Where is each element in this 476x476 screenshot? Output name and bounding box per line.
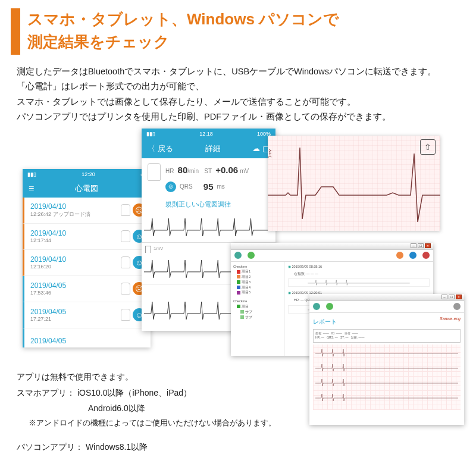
app-header: ≡ 心電図: [23, 180, 151, 198]
list-item[interactable]: 2019/04/1012:16:20 ☺: [23, 250, 151, 276]
report-title: レポート: [313, 317, 461, 327]
tool-icon[interactable]: [313, 303, 320, 310]
clock: 12:20: [82, 171, 95, 177]
item-date: 2019/04/05: [30, 337, 66, 345]
list-item[interactable]: 2019/04/0517:53:46 ☹: [23, 276, 151, 302]
ecg-waveform: [142, 212, 275, 242]
screen-title: 詳細: [205, 143, 221, 154]
maximize-button[interactable]: □: [418, 243, 424, 248]
list-item[interactable]: 2019/04/0517:27:21 ☺: [23, 302, 151, 328]
rhythm-text: 規則正しい心電図調律: [142, 199, 275, 212]
folder-icon: [237, 291, 240, 295]
signal-icon: ▮▮▯: [27, 171, 36, 177]
item-time: 12:16:20: [30, 264, 66, 270]
item-date: 2019/04/05: [30, 308, 66, 316]
toolbar: [231, 250, 433, 262]
item-time: 12:26:42 アップロード済: [30, 211, 90, 218]
minimize-button[interactable]: –: [411, 243, 416, 248]
folder-icon: [237, 286, 240, 289]
page-header: スマホ・タブレット、Windows パソコンで 測定結果をチェック: [0, 0, 476, 61]
phone-list-screen: ▮▮▯ 12:20 ▭ ≡ 心電図 2019/04/1012:26:42 アップ…: [23, 169, 151, 347]
qrs-label: QRS: [180, 182, 193, 192]
body-icon: [121, 309, 130, 321]
tool-icon[interactable]: [453, 303, 461, 310]
ecg-printout: 1mv ⇧: [268, 136, 440, 231]
window-chrome: – □ ×: [231, 243, 433, 250]
title-line2: 測定結果をチェック: [27, 33, 170, 51]
report-metadata: 患者: ―― ID: ―― 日付: ―― HR: ― QRS: ― ST: ― …: [313, 329, 461, 343]
metrics-panel: HR 80/min ST +0.06 mV ☺QRS 95 ms: [142, 158, 275, 199]
item-time: 17:53:46: [30, 290, 66, 296]
folder-icon: [237, 305, 240, 308]
maximize-button[interactable]: □: [449, 295, 455, 299]
app-header: 〈 戻る 詳細 ☁ ▢: [142, 139, 275, 158]
folder-icon: [240, 315, 244, 319]
mini-waveform: [288, 278, 430, 287]
share-icon[interactable]: ⇧: [420, 139, 436, 155]
android-req: Android6.0以降: [17, 400, 276, 416]
status-bar: ▮▮▯ 12:20 ▭: [23, 169, 151, 180]
hr-value: 80: [178, 165, 188, 175]
item-date: 2019/04/10: [30, 202, 90, 211]
close-button[interactable]: ×: [425, 243, 431, 248]
tree-root: Checkme: [233, 264, 247, 270]
report-ecg-grid: [313, 345, 461, 410]
item-date: 2019/04/10: [30, 229, 66, 237]
sync-icon[interactable]: [234, 252, 242, 259]
pc-label: パソコンアプリ：: [17, 442, 83, 452]
toolbar: [309, 301, 464, 313]
item-date: 2019/04/05: [30, 281, 66, 290]
share-icons[interactable]: ☁ ▢: [252, 144, 270, 153]
body-icon: [121, 256, 130, 268]
screenshots-area: ▮▮▯ 12:20 ▭ ≡ 心電図 2019/04/1012:26:42 アップ…: [0, 133, 476, 359]
footer-requirements: アプリは無料で使用できます。 スマホアプリ： iOS10.0以降（iPhone、…: [17, 369, 276, 455]
signal-icon: ▮▮▯: [146, 131, 155, 137]
item-time: 17:27:21: [30, 316, 66, 322]
intro-line: 「心電計」はレポート形式での出力が可能で、: [17, 79, 459, 94]
menu-icon[interactable]: ≡: [29, 183, 34, 194]
folder-icon: [240, 310, 244, 314]
intro-text: 測定したデータはBluetoothでスマホ・タブレットに、USBケーブルでWin…: [0, 61, 476, 131]
folder-icon: [237, 275, 240, 278]
free-text: アプリは無料で使用できます。: [17, 369, 276, 385]
screen-title: 心電図: [75, 183, 98, 194]
back-button[interactable]: 〈 戻る: [148, 143, 173, 154]
intro-line: 測定したデータはBluetoothでスマホ・タブレットに、USBケーブルでWin…: [17, 64, 459, 79]
folder-icon: [237, 280, 240, 284]
page-title: スマホ・タブレット、Windows パソコンで 測定結果をチェック: [27, 8, 339, 55]
close-button[interactable]: ×: [456, 295, 462, 299]
body-icon: [121, 204, 130, 216]
ios-req: iOS10.0以降（iPhone、iPad）: [77, 388, 192, 397]
st-value: +0.06: [215, 165, 238, 175]
pc-req: Windows8.1以降: [86, 442, 148, 452]
settings-icon[interactable]: [409, 252, 416, 259]
svg-rect-0: [268, 136, 440, 231]
hr-label: HR: [165, 168, 174, 174]
android-note: ※アンドロイドの機種によってはご使用いただけない場合があります。: [17, 416, 276, 431]
info-icon[interactable]: [422, 252, 430, 259]
happy-face-icon: ☺: [165, 181, 176, 192]
folder-icon: [237, 270, 240, 274]
list-item[interactable]: 2019/04/1012:26:42 アップロード済 ☹: [23, 198, 151, 224]
status-bar: ▮▮▯ 12:18 100%: [142, 129, 275, 139]
body-icon: [121, 230, 130, 242]
accent-bar: [11, 8, 20, 55]
print-icon[interactable]: [396, 252, 403, 259]
qrs-value: 95: [203, 180, 214, 194]
title-line1: スマホ・タブレット、Windows パソコンで: [27, 10, 339, 28]
device-tree[interactable]: Checkme 項目1 項目2 項目3 項目4 項目5 Checkme 項目 サ…: [231, 262, 284, 356]
st-label: ST: [204, 168, 212, 174]
tool-icon[interactable]: [326, 303, 333, 310]
list-item[interactable]: 2019/04/1012:17:44 ☺: [23, 224, 151, 250]
item-date: 2019/04/10: [30, 255, 66, 264]
share-icon[interactable]: [248, 252, 255, 259]
scale-label: 1mv: [268, 149, 273, 158]
brand-text: Sanwa-ecg: [440, 317, 461, 321]
body-icon: [121, 283, 130, 295]
body-icon: [148, 163, 161, 181]
item-time: 12:17:44: [30, 237, 66, 243]
list-item[interactable]: 2019/04/05: [23, 328, 151, 347]
timestamp: 2019/09/09 08:38:16: [292, 265, 322, 268]
minimize-button[interactable]: –: [441, 295, 447, 299]
window-chrome: – □ ×: [309, 294, 464, 301]
